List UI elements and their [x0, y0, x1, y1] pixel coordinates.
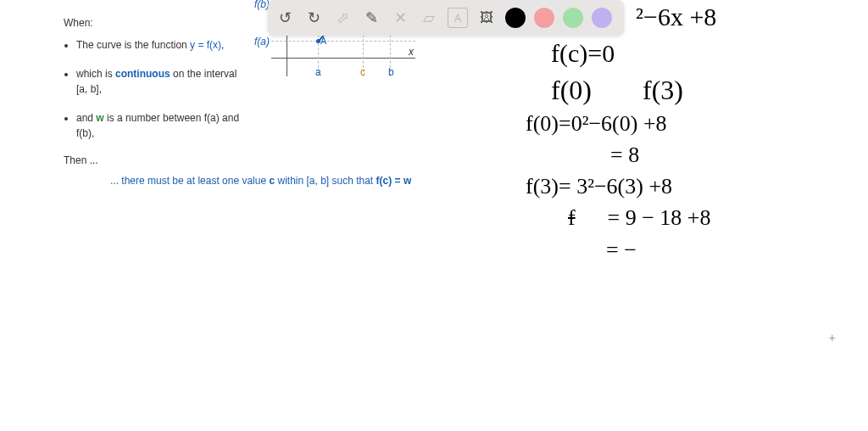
eraser-tool[interactable]: ▱: [419, 8, 439, 28]
bullet-3-w: w: [96, 112, 103, 124]
hw-l4: f(0)=0²−6(0) +8: [526, 109, 865, 138]
handwritten-work: ²−6x +8 f(c)=0 f(0) f(3) f(0)=0²−6(0) +8…: [526, 0, 865, 266]
text-tool[interactable]: A: [448, 8, 468, 28]
hw-l1: ²−6x +8: [636, 0, 865, 35]
redo-button[interactable]: ↻: [303, 8, 324, 28]
conc-a: ... there must be at least one value: [110, 175, 269, 187]
hw-l3a: f(0): [551, 72, 592, 109]
bullet-3-text-a: and: [76, 112, 96, 124]
then-label: Then ...: [64, 154, 496, 166]
bullet-1-text-a: The curve is the function: [76, 39, 190, 51]
bullet-3: and w is a number between f(a) and f(b),: [76, 110, 246, 141]
bullet-1: The curve is the function y = f(x),: [76, 37, 246, 53]
conc-fc: f(c) = w: [376, 175, 412, 187]
label-fa: f(a): [254, 36, 270, 48]
undo-button[interactable]: ↺: [275, 8, 295, 28]
label-b: b: [388, 66, 394, 78]
cursor-tool[interactable]: ⬀: [332, 8, 353, 28]
hw-l3b: f(3): [643, 72, 683, 109]
bullet-1-func: y = f(x): [190, 39, 221, 51]
label-c: c: [360, 66, 365, 78]
conclusion: ... there must be at least one value c w…: [110, 175, 496, 187]
bullet-2-text-a: which is: [76, 68, 115, 80]
color-black[interactable]: [505, 8, 526, 28]
label-a: a: [315, 66, 321, 78]
bullet-2: which is continuous on the interval [a, …: [76, 66, 246, 97]
image-tool[interactable]: 🖼: [476, 8, 497, 28]
conc-c-text: within [a, b] such that: [275, 175, 376, 187]
bullet-2-continuous: continuous: [115, 68, 170, 80]
hw-l8: = −: [606, 235, 865, 265]
hw-l2: f(c)=0: [551, 36, 865, 71]
hw-l6: f(3)= 3²−6(3) +8: [526, 171, 865, 201]
label-x: x: [409, 46, 414, 58]
cursor-indicator: +: [829, 331, 836, 344]
tools-button[interactable]: ✕: [390, 8, 410, 28]
hw-scribble: f: [568, 203, 585, 232]
label-A: A: [320, 36, 326, 46]
hw-l7: = 9 − 18 +8: [608, 205, 711, 230]
bullet-1-text-c: ,: [221, 39, 224, 51]
pen-tool[interactable]: ✎: [361, 8, 381, 28]
hw-l5: = 8: [610, 140, 865, 170]
